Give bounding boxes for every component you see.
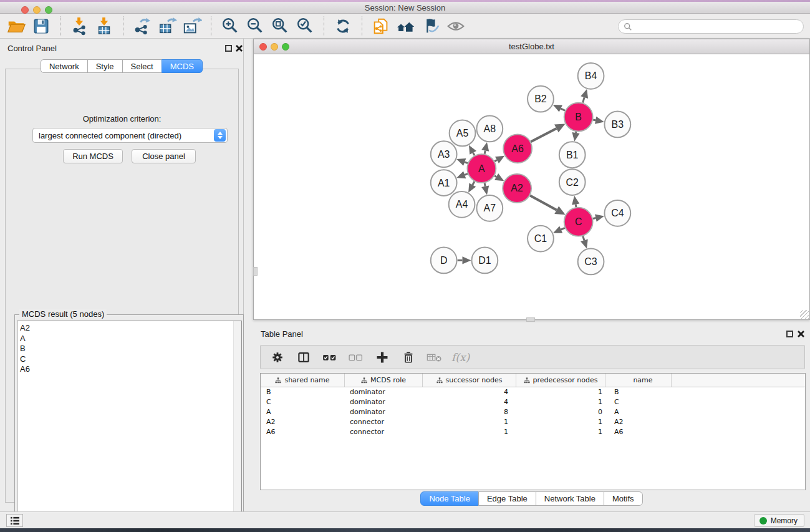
delete-column-button[interactable] bbox=[399, 348, 418, 367]
node-table[interactable]: shared name MCDS role bbox=[260, 373, 806, 490]
left-scroll-nub[interactable] bbox=[253, 267, 258, 276]
edge-A-A1[interactable] bbox=[465, 174, 468, 175]
export-image-button[interactable] bbox=[180, 15, 205, 37]
graph-node-label: C2 bbox=[566, 177, 579, 188]
edge-A-A8[interactable] bbox=[485, 151, 485, 154]
show-columns-button[interactable] bbox=[294, 348, 313, 367]
search-icon bbox=[624, 22, 632, 31]
result-scrollbar[interactable] bbox=[233, 321, 241, 527]
function-builder-button[interactable]: f(x) bbox=[451, 351, 470, 364]
table-column-header[interactable]: name bbox=[605, 374, 672, 387]
edge-arrowhead bbox=[581, 89, 588, 99]
edge-B-B4[interactable] bbox=[583, 97, 585, 103]
tab-select[interactable]: Select bbox=[122, 59, 162, 73]
table-settings-button[interactable] bbox=[268, 348, 287, 367]
zoom-fit-button[interactable] bbox=[268, 15, 292, 37]
select-all-button[interactable] bbox=[321, 348, 339, 367]
zoom-out-icon bbox=[245, 16, 265, 36]
close-table-panel-icon[interactable] bbox=[797, 330, 805, 338]
task-history-button[interactable] bbox=[6, 514, 23, 527]
refresh-icon bbox=[334, 17, 352, 36]
edge-A6-B[interactable] bbox=[531, 128, 556, 142]
gear-icon bbox=[270, 350, 285, 365]
edge-C-C1[interactable] bbox=[561, 228, 565, 230]
optimization-criterion-label: Optimization criterion: bbox=[6, 114, 238, 123]
network-window-title: testGlobe.txt bbox=[254, 42, 809, 51]
bottom-scroll-nub[interactable] bbox=[526, 317, 535, 322]
tab-network[interactable]: Network bbox=[41, 59, 88, 73]
resize-grip-icon[interactable] bbox=[800, 310, 809, 319]
import-network-button[interactable] bbox=[67, 15, 92, 37]
network-view-window: testGlobe.txt B4B2BB3A8A5A6A3B1AA1C2A2A4… bbox=[253, 39, 810, 320]
edge-arrowhead bbox=[595, 215, 604, 222]
edge-C-C3[interactable] bbox=[583, 236, 584, 241]
float-table-panel-icon[interactable] bbox=[786, 331, 793, 337]
mcds-result-item[interactable]: B bbox=[20, 344, 241, 354]
deselect-all-button[interactable] bbox=[347, 348, 365, 367]
tab-mcds[interactable]: MCDS bbox=[162, 59, 203, 73]
edge-C-C2[interactable] bbox=[576, 204, 576, 207]
table-column-header[interactable]: MCDS role bbox=[345, 374, 423, 387]
zoom-out-button[interactable] bbox=[243, 15, 268, 37]
edge-C-C4[interactable] bbox=[593, 218, 595, 219]
mcds-result-item[interactable]: A6 bbox=[20, 364, 241, 375]
criterion-dropdown[interactable]: largest connected component (directed) bbox=[32, 128, 228, 143]
save-session-button[interactable] bbox=[29, 15, 54, 37]
mcds-result-item[interactable]: A bbox=[20, 334, 241, 344]
main-toolbar bbox=[0, 14, 810, 39]
table-row[interactable]: C dominator 4 1 C bbox=[261, 397, 805, 407]
edge-A2-C[interactable] bbox=[530, 195, 557, 210]
mcds-result-item[interactable]: A2 bbox=[20, 323, 241, 334]
node-attribute-icon bbox=[436, 377, 443, 384]
show-graphics-details-button[interactable] bbox=[443, 15, 468, 37]
edge-A-A6[interactable] bbox=[494, 160, 497, 162]
run-mcds-button[interactable]: Run MCDS bbox=[63, 149, 123, 163]
table-column-header[interactable]: predecessor nodes bbox=[516, 374, 605, 387]
close-panel-button[interactable]: Close panel bbox=[132, 149, 196, 163]
zoom-in-button[interactable] bbox=[218, 15, 243, 37]
tab-style[interactable]: Style bbox=[87, 59, 123, 73]
table-row[interactable]: B dominator 4 1 B bbox=[261, 387, 805, 397]
mcds-result-list[interactable]: A2ABCA6 bbox=[17, 321, 242, 528]
clone-network-button[interactable] bbox=[369, 15, 393, 37]
tab-node-table[interactable]: Node Table bbox=[420, 491, 479, 506]
edge-A-A5[interactable] bbox=[473, 153, 475, 155]
dropdown-stepper-icon[interactable] bbox=[214, 129, 226, 142]
close-panel-icon[interactable] bbox=[235, 44, 243, 52]
table-row[interactable]: A dominator 8 0 A bbox=[261, 407, 805, 417]
search-field[interactable] bbox=[618, 19, 804, 34]
edge-A-A3[interactable] bbox=[465, 162, 468, 163]
table-panel-title: Table Panel bbox=[261, 329, 303, 339]
table-column-header[interactable]: successor nodes bbox=[423, 374, 516, 387]
export-network-button[interactable] bbox=[130, 15, 155, 37]
table-row[interactable]: A2 connector 1 1 A2 bbox=[261, 417, 805, 427]
float-panel-icon[interactable] bbox=[225, 45, 232, 52]
refresh-button[interactable] bbox=[330, 15, 355, 37]
add-column-button[interactable] bbox=[373, 348, 392, 367]
export-table-button[interactable] bbox=[155, 15, 180, 37]
edge-A-A2[interactable] bbox=[494, 176, 496, 177]
edge-B-B2[interactable] bbox=[561, 109, 565, 110]
hide-graphics-details-button[interactable] bbox=[418, 15, 443, 37]
edge-A-A4[interactable] bbox=[473, 181, 475, 185]
network-graph[interactable]: B4B2BB3A8A5A6A3B1AA1C2A2A4A7C4CC1C3DD1 bbox=[254, 55, 809, 319]
import-table-button[interactable] bbox=[92, 15, 117, 37]
edge-B-B3[interactable] bbox=[593, 120, 595, 120]
edge-A-A7[interactable] bbox=[485, 183, 485, 186]
zoom-selected-button[interactable] bbox=[292, 15, 317, 37]
delete-table-button[interactable] bbox=[425, 348, 444, 367]
home-button[interactable] bbox=[393, 15, 418, 37]
table-panel-tabs: Node Table Edge Table Network Table Moti… bbox=[253, 491, 810, 506]
network-canvas[interactable]: B4B2BB3A8A5A6A3B1AA1C2A2A4A7C4CC1C3DD1 bbox=[254, 55, 809, 319]
open-session-button[interactable] bbox=[4, 15, 29, 37]
search-input[interactable] bbox=[632, 22, 788, 31]
table-column-header[interactable]: shared name bbox=[261, 374, 345, 387]
tab-edge-table[interactable]: Edge Table bbox=[478, 491, 536, 506]
memory-button[interactable]: Memory bbox=[754, 514, 804, 527]
mcds-result-item[interactable]: C bbox=[20, 354, 241, 365]
table-row[interactable]: A6 connector 1 1 A6 bbox=[261, 427, 805, 437]
graph-node-label: B4 bbox=[585, 70, 597, 81]
network-window-titlebar[interactable]: testGlobe.txt bbox=[254, 39, 809, 54]
tab-network-table[interactable]: Network Table bbox=[536, 491, 604, 506]
tab-motifs[interactable]: Motifs bbox=[604, 491, 643, 506]
